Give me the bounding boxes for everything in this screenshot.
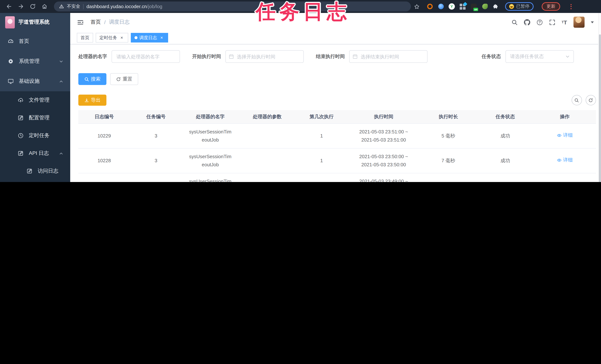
detail-link[interactable]: 详细 bbox=[557, 131, 573, 140]
calendar-icon bbox=[352, 54, 358, 59]
browser-back-icon[interactable] bbox=[4, 1, 14, 12]
browser-forward-icon[interactable] bbox=[16, 1, 26, 12]
tab-label: 定时任务 bbox=[100, 35, 117, 41]
extension-blue-icon[interactable] bbox=[438, 3, 444, 10]
header-search-icon[interactable] bbox=[511, 19, 518, 25]
end-time-input[interactable] bbox=[349, 50, 428, 63]
job-log-table: 日志编号 任务编号 处理器的名字 处理器的参数 第几次执行 执行时间 执行时长 … bbox=[78, 110, 596, 182]
tab-job-log[interactable]: 调度日志 × bbox=[131, 33, 168, 42]
table-row: 10229 3 sysUserSessionTimeoutJob 1 2021-… bbox=[78, 123, 596, 148]
sidebar-item-file[interactable]: 文件管理 bbox=[0, 91, 70, 109]
col-log-id: 日志编号 bbox=[78, 110, 130, 123]
address-bar[interactable]: 不安全 dashboard.yudao.iocoder.cn/job/log bbox=[54, 1, 411, 11]
url-path: /job/log bbox=[147, 4, 162, 9]
col-handler-name: 处理器的名字 bbox=[182, 110, 239, 123]
update-button[interactable]: 更新 bbox=[542, 2, 560, 11]
extensions-row: Y on 已暂停 更新 bbox=[426, 2, 597, 11]
page-scrollbar[interactable] bbox=[598, 13, 601, 182]
export-button[interactable]: 导出 bbox=[78, 95, 106, 106]
fullscreen-icon[interactable] bbox=[549, 19, 555, 25]
sidebar-item-access-log[interactable]: 访问日志 bbox=[0, 162, 70, 180]
sidebar-item-config[interactable]: 配置管理 bbox=[0, 109, 70, 127]
cell-log-id: 10227 bbox=[78, 173, 130, 182]
cell-task-id: 3 bbox=[130, 173, 182, 182]
extension-leaf-icon[interactable] bbox=[481, 3, 488, 10]
start-time-input[interactable] bbox=[225, 50, 304, 63]
breadcrumb-current: 调度日志 bbox=[109, 19, 130, 26]
refresh-button[interactable] bbox=[585, 95, 596, 105]
filter-task-status: 任务状态 请选择任务状态 bbox=[482, 50, 574, 63]
active-dot-icon bbox=[134, 36, 138, 39]
detail-link[interactable]: 详细 bbox=[557, 181, 573, 182]
task-status-label: 任务状态 bbox=[482, 53, 501, 60]
chevron-down-icon bbox=[565, 54, 570, 59]
cell-operation: 详细 bbox=[534, 173, 596, 182]
extension-grid-icon[interactable] bbox=[459, 3, 466, 10]
screen: 不安全 dashboard.yudao.iocoder.cn/job/log Y… bbox=[0, 0, 601, 182]
col-task-id: 任务编号 bbox=[130, 110, 182, 123]
app-logo-row[interactable]: 芋道管理系统 bbox=[0, 13, 70, 31]
help-icon[interactable] bbox=[537, 19, 543, 25]
sidebar-item-label: 配置管理 bbox=[29, 115, 50, 121]
chevron-up-icon bbox=[59, 79, 63, 83]
cell-task-id: 3 bbox=[130, 148, 182, 173]
paused-badge[interactable]: 已暂停 bbox=[505, 2, 534, 11]
breadcrumb-home[interactable]: 首页 bbox=[90, 19, 101, 26]
close-icon[interactable]: × bbox=[119, 35, 125, 40]
cloud-upload-icon bbox=[18, 97, 24, 103]
sidebar-item-api-log[interactable]: API 日志 bbox=[0, 144, 70, 162]
app-title: 芋道管理系统 bbox=[19, 19, 50, 26]
cell-log-id: 10229 bbox=[78, 123, 130, 148]
extension-on-icon[interactable]: on bbox=[470, 3, 477, 10]
bookmark-star-icon[interactable] bbox=[414, 3, 420, 10]
hamburger-icon[interactable] bbox=[76, 18, 85, 26]
toggle-search-button[interactable] bbox=[571, 95, 582, 105]
search-button[interactable]: 搜索 bbox=[78, 73, 106, 85]
cell-handler-name: sysUserSessionTimeoutJob bbox=[182, 173, 239, 182]
browser-menu-icon[interactable] bbox=[569, 2, 573, 10]
filter-form: 处理器的名字 开始执行时间 结束执行时间 bbox=[78, 50, 596, 63]
security-label: 不安全 bbox=[67, 3, 80, 10]
github-icon[interactable] bbox=[524, 19, 530, 25]
col-operation: 操作 bbox=[534, 110, 596, 123]
detail-link[interactable]: 详细 bbox=[557, 156, 573, 164]
scrollbar-thumb[interactable] bbox=[599, 34, 601, 182]
sidebar-item-label: API 日志 bbox=[29, 150, 49, 157]
close-icon[interactable]: × bbox=[159, 35, 164, 40]
sidebar-item-job[interactable]: 定时任务 bbox=[0, 127, 70, 144]
app-logo bbox=[5, 16, 15, 28]
sidebar-menu: 首页 系统管理 基础设施 文件管理 配置管理 定时任务 API 日志 访问日志 … bbox=[0, 31, 70, 182]
table-row: 10228 3 sysUserSessionTimeoutJob 1 2021-… bbox=[78, 148, 596, 173]
sidebar-item-error-log[interactable]: 错误日志 bbox=[0, 180, 70, 182]
col-status: 任务状态 bbox=[477, 110, 534, 123]
avatar[interactable] bbox=[573, 17, 584, 28]
tab-home[interactable]: 首页 bbox=[77, 33, 93, 42]
cell-duration: 7 毫秒 bbox=[420, 148, 477, 173]
sidebar-item-home[interactable]: 首页 bbox=[0, 31, 70, 51]
cell-handler-name: sysUserSessionTimeoutJob bbox=[182, 148, 239, 173]
breadcrumb-separator: / bbox=[104, 19, 106, 25]
table-toolbar: 导出 bbox=[78, 95, 596, 106]
col-duration: 执行时长 bbox=[420, 110, 477, 123]
filter-handler: 处理器的名字 bbox=[78, 50, 180, 63]
dashboard-icon bbox=[8, 39, 14, 44]
browser-home-icon[interactable] bbox=[39, 1, 50, 12]
cell-attempt: 1 bbox=[296, 173, 347, 182]
sidebar-item-label: 基础设施 bbox=[19, 78, 40, 85]
extension-orange-icon[interactable] bbox=[426, 3, 433, 10]
sidebar-item-infra[interactable]: 基础设施 bbox=[0, 71, 70, 91]
extensions-puzzle-icon[interactable] bbox=[492, 3, 499, 10]
font-size-icon[interactable]: TT bbox=[562, 20, 567, 25]
chevron-down-icon bbox=[59, 59, 63, 63]
chevron-down-icon[interactable] bbox=[591, 21, 594, 23]
browser-reload-icon[interactable] bbox=[27, 1, 38, 12]
handler-name-input[interactable] bbox=[112, 50, 180, 63]
reset-button[interactable]: 重置 bbox=[110, 73, 138, 85]
tab-job[interactable]: 定时任务 × bbox=[96, 33, 128, 42]
task-status-select[interactable]: 请选择任务状态 bbox=[505, 50, 574, 63]
filter-end-time: 结束执行时间 bbox=[316, 50, 428, 63]
extension-green-y-icon[interactable]: Y bbox=[449, 3, 455, 10]
cell-task-id: 3 bbox=[130, 123, 182, 148]
cell-status: 成功 bbox=[477, 123, 534, 148]
sidebar-item-system[interactable]: 系统管理 bbox=[0, 51, 70, 71]
